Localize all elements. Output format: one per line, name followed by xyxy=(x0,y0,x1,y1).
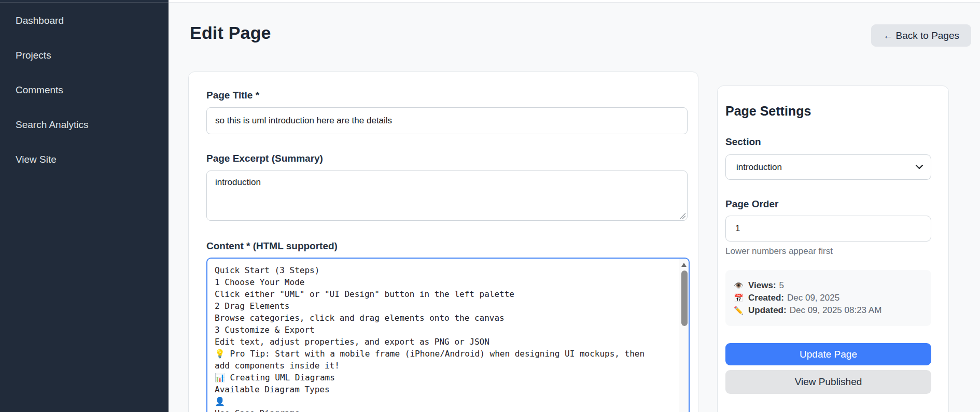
page-stats-box: 👁️ Views: 5 📅 Created: Dec 09, 2025 ✏️ U… xyxy=(725,270,931,326)
section-select[interactable]: introduction xyxy=(725,154,931,180)
sidebar-item-projects[interactable]: Projects xyxy=(0,38,169,73)
updated-stat-value: Dec 09, 2025 08:23 AM xyxy=(790,304,882,317)
calendar-icon: 📅 xyxy=(734,292,748,304)
content-label: Content * (HTML supported) xyxy=(206,240,338,251)
scrollbar-thumb[interactable] xyxy=(681,271,688,326)
page-title-field-group: Page Title * xyxy=(206,90,687,134)
page-order-input[interactable] xyxy=(725,216,931,241)
page-excerpt-label: Page Excerpt (Summary) xyxy=(206,153,323,164)
views-stat-label: Views: xyxy=(748,279,776,292)
content-textarea[interactable]: Quick Start (3 Steps) 1 Choose Your Mode… xyxy=(207,259,677,412)
page-title: Edit Page xyxy=(190,23,271,43)
view-published-button[interactable]: View Published xyxy=(725,370,931,394)
page-title-label: Page Title * xyxy=(206,90,259,101)
updated-stat-label: Updated: xyxy=(748,304,787,317)
section-label: Section xyxy=(725,136,761,147)
page-excerpt-field-group: introduction xyxy=(206,171,688,221)
created-stat-row: 📅 Created: Dec 09, 2025 xyxy=(734,292,923,304)
views-stat-row: 👁️ Views: 5 xyxy=(734,279,923,292)
sidebar-item-dashboard[interactable]: Dashboard xyxy=(0,3,169,38)
edit-form-card: Page Title * Page Excerpt (Summary) intr… xyxy=(188,72,698,412)
update-page-button[interactable]: Update Page xyxy=(725,343,931,365)
views-stat-value: 5 xyxy=(779,279,784,292)
created-stat-value: Dec 09, 2025 xyxy=(787,292,839,304)
page-order-label: Page Order xyxy=(725,198,778,209)
page-settings-title: Page Settings xyxy=(725,104,931,119)
sidebar: Dashboard Projects Comments Search Analy… xyxy=(0,0,169,412)
section-select-group: introduction xyxy=(725,154,931,180)
page-excerpt-textarea[interactable]: introduction xyxy=(206,171,688,221)
sidebar-item-view-site[interactable]: View Site xyxy=(0,142,169,177)
page-settings-card: Page Settings Section introduction Page … xyxy=(717,86,949,412)
page-order-help-text: Lower numbers appear first xyxy=(725,246,931,257)
created-stat-label: Created: xyxy=(748,292,784,304)
content-editor-box: Quick Start (3 Steps) 1 Choose Your Mode… xyxy=(206,258,690,412)
pencil-icon: ✏️ xyxy=(734,304,748,317)
page-title-input[interactable] xyxy=(206,107,688,134)
top-navbar-strip-light xyxy=(169,0,980,3)
sidebar-item-comments[interactable]: Comments xyxy=(0,73,169,107)
updated-stat-row: ✏️ Updated: Dec 09, 2025 08:23 AM xyxy=(734,304,923,317)
eye-icon: 👁️ xyxy=(734,279,748,292)
back-to-pages-button[interactable]: ← Back to Pages xyxy=(871,24,971,47)
scrollbar-up-arrow-icon[interactable] xyxy=(681,263,687,267)
content-scrollbar[interactable] xyxy=(679,259,689,412)
top-navbar-strip-dark xyxy=(0,0,169,3)
sidebar-item-search-analytics[interactable]: Search Analytics xyxy=(0,107,169,142)
textarea-resize-handle-icon[interactable] xyxy=(679,212,685,219)
